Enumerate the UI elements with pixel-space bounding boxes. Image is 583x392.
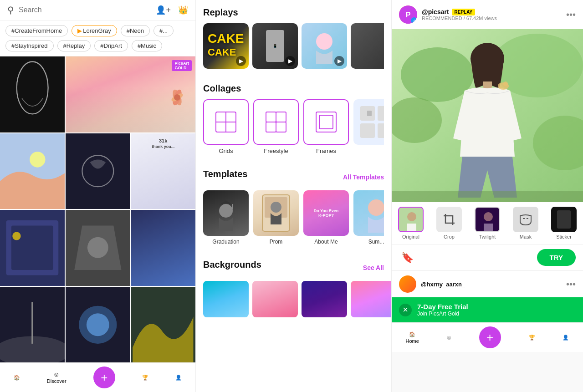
right-panel: P ✓ @picsart REPLAY RECOMMENDED / 67.42M…: [392, 0, 583, 392]
left-panel: ⚲ 👤+ 👑 #CreateFromHome ▶LorenGray #Neon …: [0, 0, 196, 392]
feed-item-7[interactable]: [66, 210, 130, 286]
next-post-header: @hxrny_aarxn_ •••: [392, 270, 583, 297]
svg-rect-28: [276, 112, 286, 122]
right-nav-trophy[interactable]: 🏆: [529, 335, 535, 341]
hashtag-neon[interactable]: #Neon: [121, 25, 150, 36]
right-nav-profile[interactable]: 👤: [563, 335, 569, 341]
svg-rect-32: [319, 115, 333, 129]
svg-text:P: P: [406, 11, 411, 19]
replays-section: Replays CAKECAKE ▶ 📱 ▶ ▶: [196, 0, 391, 76]
hashtag-dripart[interactable]: #DripArt: [94, 40, 128, 51]
feed-item-10[interactable]: [66, 287, 130, 363]
svg-point-15: [87, 237, 108, 258]
hashtag-lorengray[interactable]: ▶LorenGray: [72, 25, 117, 36]
bg-card-4[interactable]: [351, 281, 392, 317]
svg-rect-0: [0, 56, 65, 132]
collages-title: Collages: [203, 83, 384, 94]
nav-discover[interactable]: ◎ Discover: [47, 372, 66, 384]
search-icon: ⚲: [7, 5, 14, 15]
svg-point-21: [87, 313, 109, 336]
replay-card-4[interactable]: [351, 23, 384, 69]
feed-item-2[interactable]: PicsArtGOLD: [66, 56, 195, 132]
svg-point-13: [12, 232, 20, 240]
svg-rect-34: [378, 106, 384, 121]
bg-card-3[interactable]: [302, 281, 347, 317]
replay-card-1[interactable]: CAKECAKE ▶: [203, 23, 249, 69]
right-nav-add-button[interactable]: +: [479, 326, 501, 348]
next-username: @hxrny_aarxn_: [421, 281, 465, 288]
replay-card-3[interactable]: ▶: [302, 23, 347, 69]
discover-label: Discover: [47, 378, 66, 384]
nav-trophy[interactable]: 🏆: [142, 375, 148, 381]
filter-crop-label: Crop: [444, 234, 455, 239]
feed-item-8[interactable]: [131, 210, 195, 286]
hashtag-replay[interactable]: #Replay: [57, 40, 91, 51]
feed-item-5[interactable]: 31kthank you...: [131, 133, 195, 209]
collage-freestyle[interactable]: Freestyle: [253, 99, 299, 154]
discover-icon: ◎: [54, 372, 59, 377]
right-home-icon: 🏠: [409, 331, 415, 337]
hashtag-stayinspired[interactable]: #StayInspired: [5, 40, 54, 51]
filter-original[interactable]: Original: [392, 202, 430, 244]
template-prom[interactable]: Prom: [253, 190, 299, 245]
filter-crop-thumb: [436, 207, 462, 232]
trial-close-button[interactable]: ×: [399, 304, 412, 316]
template-graduation[interactable]: Graduation: [203, 190, 249, 245]
nav-add-button[interactable]: +: [93, 367, 115, 388]
nav-home[interactable]: 🏠: [14, 375, 20, 381]
svg-rect-35: [360, 123, 375, 138]
add-icon: +: [101, 371, 107, 385]
filter-twilight[interactable]: Twilight: [468, 202, 506, 244]
add-friend-icon[interactable]: 👤+: [156, 5, 171, 15]
bg-card-1[interactable]: [203, 281, 249, 317]
hashtag-more[interactable]: #...: [153, 25, 174, 36]
feed-item-9[interactable]: [0, 287, 65, 363]
next-more-button[interactable]: •••: [566, 279, 576, 290]
collage-grids[interactable]: Grids: [203, 99, 249, 154]
trial-subtitle: Join PicsArt Gold: [417, 311, 468, 317]
feed-item-6[interactable]: [0, 210, 65, 286]
filter-twilight-label: Twilight: [479, 234, 496, 239]
see-all-link[interactable]: See All: [363, 264, 384, 271]
feed-item-3[interactable]: [0, 133, 65, 209]
post-actions: 🔖 TRY: [392, 244, 583, 270]
all-templates-link[interactable]: All Templates: [343, 173, 384, 181]
svg-rect-57: [392, 191, 583, 202]
crown-icon[interactable]: 👑: [178, 5, 188, 15]
template-graduation-label: Graduation: [203, 239, 249, 245]
nav-profile[interactable]: 👤: [175, 375, 182, 381]
collage-freestyle-box: [253, 99, 299, 145]
filter-original-thumb: [398, 207, 424, 232]
collage-grids-label: Grids: [219, 148, 233, 154]
feed-item-11[interactable]: [131, 287, 195, 363]
collage-grids-box: [203, 99, 249, 145]
feed-item-4[interactable]: [66, 133, 130, 209]
template-summer[interactable]: Sum...: [353, 190, 384, 245]
right-nav-discover[interactable]: ◎: [447, 335, 451, 341]
templates-header: Templates All Templates: [203, 169, 384, 185]
try-button[interactable]: TRY: [537, 249, 576, 266]
replay-card-2[interactable]: 📱 ▶: [252, 23, 298, 69]
svg-rect-27: [266, 112, 276, 122]
hashtag-music[interactable]: #Music: [132, 40, 162, 51]
verified-icon: ✓: [411, 17, 417, 24]
bookmark-button[interactable]: 🔖: [399, 249, 415, 266]
replay-play-icon-3: ▶: [334, 56, 344, 66]
filter-mask[interactable]: Mask: [506, 202, 545, 244]
filter-sticker[interactable]: Sticker: [545, 202, 583, 244]
svg-point-23: [316, 33, 332, 50]
search-input[interactable]: [19, 6, 151, 14]
feed-item-1[interactable]: [0, 56, 65, 132]
template-aboutme[interactable]: Do You EvenK-POP? About Me: [303, 190, 349, 245]
collage-more[interactable]: [353, 99, 384, 145]
right-nav-home[interactable]: 🏠 Home: [405, 331, 419, 344]
post-more-button[interactable]: •••: [566, 10, 576, 20]
bg-card-2[interactable]: [252, 281, 298, 317]
hashtags-row: #CreateFromHome ▶LorenGray #Neon #... #S…: [0, 20, 195, 56]
hashtag-createfromhome[interactable]: #CreateFromHome: [5, 25, 68, 36]
svg-rect-60: [407, 224, 416, 231]
collage-frames[interactable]: Frames: [303, 99, 349, 154]
filter-crop[interactable]: Crop: [430, 202, 468, 244]
trophy-icon: 🏆: [142, 375, 148, 381]
post-username: @picsart REPLAY: [422, 8, 562, 15]
